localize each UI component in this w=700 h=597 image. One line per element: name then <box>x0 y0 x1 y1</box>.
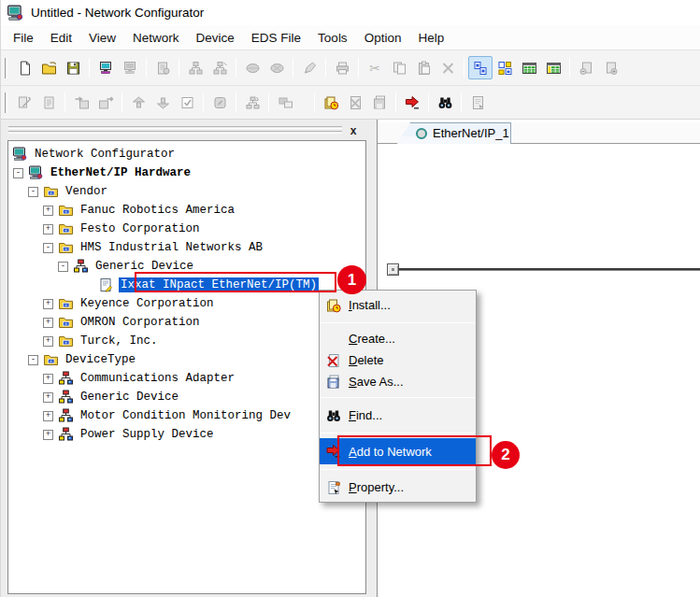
upload-network-icon <box>98 61 114 76</box>
toolbar-separator <box>314 92 315 112</box>
toolbar-separator <box>268 92 269 112</box>
menu-bar: File Edit View Network Device EDS File T… <box>1 25 700 50</box>
toolbar-secondary <box>1 85 700 120</box>
tree-item-turck[interactable]: + Turck, Inc. <box>9 332 160 350</box>
tree-item-hms[interactable]: - HMS Industrial Networks AB <box>9 238 264 257</box>
tree-item-communications-adapter[interactable]: + Communications Adapter <box>9 369 236 388</box>
dock-close-button[interactable]: x <box>346 124 361 138</box>
tree-item-network-configurator[interactable]: Network Configurator <box>9 145 177 163</box>
toolbar-grip[interactable] <box>5 92 7 113</box>
new-file-icon <box>17 61 33 76</box>
tree-item-festo[interactable]: + Festo Corporation <box>9 220 202 238</box>
context-menu-item-delete[interactable]: Delete <box>320 349 476 371</box>
menu-help[interactable]: Help <box>409 27 452 49</box>
download-parameter-icon <box>155 95 171 110</box>
report-icon <box>41 95 57 110</box>
maintenance-button <box>240 91 264 114</box>
menu-device[interactable]: Device <box>188 27 243 49</box>
device-type-icon <box>73 259 89 274</box>
find-device-button[interactable] <box>433 91 457 114</box>
context-menu-label: Create... <box>349 332 395 346</box>
menu-file[interactable]: File <box>5 27 42 49</box>
dock-grip[interactable] <box>8 126 342 129</box>
install-eds-button[interactable] <box>319 91 343 114</box>
download-parameter-button <box>150 91 175 114</box>
expand-icon[interactable]: + <box>43 206 53 216</box>
open-file-button[interactable] <box>36 56 61 79</box>
property-icon <box>325 480 342 495</box>
context-menu-item-create[interactable]: Create... <box>320 328 476 349</box>
toolbar-grip[interactable] <box>5 58 7 78</box>
import-file-icon <box>74 95 90 110</box>
edit-table-view-button[interactable] <box>541 56 565 79</box>
save-file-button[interactable] <box>61 56 85 79</box>
annotation-number: 1 <box>348 271 356 290</box>
device-type-icon <box>58 408 74 423</box>
window-title: Untitled - Network Configurator <box>31 6 204 20</box>
context-menu-item-find[interactable]: Find... <box>320 403 476 428</box>
tree-item-power-supply[interactable]: + Power Supply Device <box>9 425 216 444</box>
tree-item-fanuc[interactable]: + Fanuc Robotics America <box>9 201 236 220</box>
tree-item-ethernet-ip-hardware[interactable]: - EtherNet/IP Hardware <box>9 163 193 182</box>
expand-view-icon <box>603 61 619 76</box>
menu-view[interactable]: View <box>80 27 124 49</box>
menu-network[interactable]: Network <box>124 27 188 49</box>
expand-icon[interactable]: + <box>43 336 53 347</box>
context-menu-item-save-as[interactable]: Save As... <box>320 371 476 392</box>
computer-icon <box>12 147 28 162</box>
expand-icon[interactable]: + <box>43 392 53 403</box>
network-trunk-node[interactable] <box>387 263 399 276</box>
property-button <box>465 91 490 114</box>
collapse-icon[interactable]: - <box>13 168 23 178</box>
collapse-icon[interactable]: - <box>28 187 38 197</box>
folder-icon <box>58 240 74 255</box>
expand-icon[interactable]: + <box>43 374 53 384</box>
context-menu-label: Find... <box>349 408 382 422</box>
menu-tools[interactable]: Tools <box>309 27 356 49</box>
delete-eds-icon <box>348 95 364 110</box>
expand-icon[interactable]: + <box>43 430 53 440</box>
table-view-button[interactable] <box>517 56 541 79</box>
toolbar-separator <box>236 58 236 78</box>
context-menu: Install... Create... Delete Save As... F… <box>319 290 477 503</box>
computer-icon <box>28 165 44 180</box>
expand-icon[interactable]: + <box>43 299 53 309</box>
context-menu-item-install[interactable]: Install... <box>320 292 476 318</box>
tree-item-generic-device[interactable]: + Generic Device <box>9 388 180 406</box>
menu-option[interactable]: Option <box>356 27 410 49</box>
collapse-icon[interactable]: - <box>43 243 53 253</box>
tab-ethernet-ip-1[interactable]: EtherNet/IP_1 <box>397 122 511 144</box>
tree-label: Vendor <box>64 184 109 199</box>
tree-item-vendor[interactable]: - Vendor <box>9 182 109 201</box>
toolbar-separator <box>428 92 429 112</box>
menu-edit[interactable]: Edit <box>42 27 80 49</box>
add-to-network-button[interactable] <box>400 91 424 114</box>
new-file-button[interactable] <box>12 56 36 79</box>
scan-network-button <box>183 56 207 79</box>
collapse-icon[interactable]: - <box>58 262 68 272</box>
toolbar-separator <box>325 58 326 78</box>
expand-icon[interactable]: + <box>43 224 53 235</box>
tree-item-omron[interactable]: + OMRON Corporation <box>9 313 202 332</box>
add-to-network-icon <box>405 95 421 110</box>
tree-label: OMRON Corporation <box>79 315 202 330</box>
download-network-button <box>118 56 142 79</box>
upload-network-button[interactable] <box>93 56 118 79</box>
save-file-icon <box>65 61 81 76</box>
context-menu-item-property[interactable]: Property... <box>320 475 476 500</box>
save-eds-icon <box>372 95 388 110</box>
tree-item-motor-condition[interactable]: + Motor Condition Monitoring Dev <box>9 406 293 425</box>
expand-icon[interactable]: + <box>43 411 53 421</box>
verify-button <box>175 91 199 114</box>
detail-view-button[interactable] <box>493 56 517 79</box>
dock-grip[interactable] <box>8 131 342 134</box>
tree-item-devicetype[interactable]: - DeviceType <box>9 350 137 369</box>
copy-button <box>387 56 411 79</box>
collapse-icon[interactable]: - <box>28 355 38 365</box>
large-icon-view-button[interactable] <box>468 56 493 79</box>
tree-item-keyence[interactable]: + Keyence Corporation <box>9 294 216 313</box>
expand-icon[interactable]: + <box>43 318 53 328</box>
device-type-icon <box>58 371 74 386</box>
toolbar-separator <box>146 58 147 78</box>
menu-eds-file[interactable]: EDS File <box>243 27 309 49</box>
